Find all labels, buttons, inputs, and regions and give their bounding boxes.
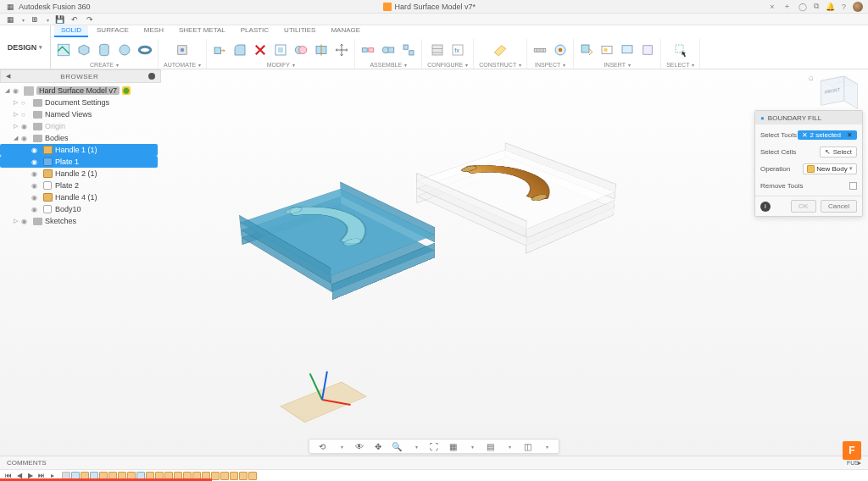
rigid-group-button[interactable] (399, 41, 418, 59)
group-label-construct[interactable]: CONSTRUCT (477, 61, 523, 69)
timeline-feature[interactable] (239, 472, 248, 480)
new-tab-button[interactable]: ＋ (783, 3, 792, 11)
look-at-icon[interactable]: 👁 (353, 440, 365, 452)
help-icon[interactable]: ? (842, 3, 846, 11)
tab-plastic[interactable]: PLASTIC (234, 25, 275, 37)
group-label-insert[interactable]: INSERT (602, 61, 632, 69)
group-label-inspect[interactable]: INSPECT (533, 61, 567, 69)
automate-button[interactable] (173, 41, 192, 59)
qat-dropdown[interactable] (20, 15, 25, 24)
group-label-create[interactable]: CREATE (88, 61, 120, 69)
timeline-feature[interactable] (230, 472, 238, 480)
home-view-icon[interactable]: ⌂ (809, 73, 817, 81)
ok-button[interactable]: OK (791, 200, 816, 213)
notifications-icon[interactable]: 🔔 (826, 3, 835, 11)
tree-node[interactable]: ▷○Named Views (0, 108, 161, 120)
grid-settings-icon[interactable]: ▤ (484, 440, 496, 452)
ribbon-group-configure: fx CONFIGURE (422, 39, 474, 69)
change-parameters-button[interactable]: fx (448, 41, 467, 59)
save-icon[interactable]: 💾 (54, 14, 64, 25)
box-button[interactable] (75, 41, 93, 59)
zoom-icon[interactable]: 🔍 (391, 440, 403, 452)
tree-node[interactable]: ▷◉Sketches (0, 215, 161, 227)
browser-options-icon[interactable] (148, 73, 155, 80)
tab-surface[interactable]: SURFACE (90, 25, 136, 37)
insert-derive-button[interactable] (577, 41, 596, 59)
tree-node[interactable]: ◉Plate 1 (0, 156, 158, 168)
view-cube[interactable]: ⌂ TOP FRONT (821, 76, 858, 113)
select-button[interactable] (671, 41, 690, 59)
shell-button[interactable] (271, 41, 290, 59)
extensions-icon[interactable]: ⧉ (814, 2, 819, 11)
display-settings-icon[interactable]: ▦ (447, 440, 459, 452)
tab-mesh[interactable]: MESH (137, 25, 170, 37)
tree-node[interactable]: ◉Body10 (0, 203, 161, 215)
torus-button[interactable] (136, 41, 154, 59)
measure-button[interactable] (531, 41, 549, 59)
remove-tools-checkbox[interactable] (849, 182, 857, 190)
comments-bar[interactable]: COMMENTS ▸ (0, 456, 868, 469)
tree-node[interactable]: ◢◉Bodies (0, 132, 161, 144)
user-avatar[interactable] (853, 2, 863, 12)
group-label-modify[interactable]: MODIFY (265, 61, 297, 69)
tree-node[interactable]: ▷○Document Settings (0, 97, 161, 108)
section-analysis-button[interactable] (551, 41, 570, 59)
tab-manage[interactable]: MANAGE (324, 25, 367, 37)
group-label-configure[interactable]: CONFIGURE (426, 61, 470, 69)
data-panel-icon[interactable]: ◯ (798, 3, 807, 11)
ribbon-group-automate: AUTOMATE (159, 39, 207, 69)
browser-header[interactable]: ◀ BROWSER (0, 69, 161, 83)
orbit-icon[interactable]: ⟲ (316, 440, 328, 452)
cylinder-button[interactable] (95, 41, 114, 59)
select-tools-chip[interactable]: ✕ 2 selected ✕ (798, 130, 857, 140)
new-sketch-button[interactable] (54, 41, 73, 59)
tree-node[interactable]: ◉Plate 2 (0, 180, 161, 191)
timeline-feature[interactable] (220, 472, 229, 480)
insert-decal-button[interactable] (598, 41, 616, 59)
panel-header[interactable]: BOUNDARY FILL (755, 111, 862, 124)
close-tab-button[interactable]: × (768, 3, 776, 11)
tree-node[interactable]: ▷◉Origin (0, 120, 161, 132)
insert-svg-button[interactable] (638, 41, 657, 59)
model-plate-1[interactable] (241, 196, 435, 285)
tab-solid[interactable]: SOLID (54, 25, 88, 37)
joint-button[interactable] (359, 41, 377, 59)
info-icon[interactable]: i (760, 202, 771, 212)
sphere-button[interactable] (115, 41, 134, 59)
file-menu-icon[interactable]: 🗎 (30, 14, 40, 25)
warning-icon[interactable]: ⬤ (122, 86, 131, 95)
construct-plane-button[interactable] (491, 41, 509, 59)
group-label-assemble[interactable]: ASSEMBLE (368, 61, 409, 69)
fit-icon[interactable]: ⛶ (428, 440, 440, 452)
combine-button[interactable] (292, 41, 310, 59)
select-cells-button[interactable]: ↖ Select (820, 147, 857, 158)
redo-icon[interactable]: ↷ (85, 14, 95, 25)
tree-root[interactable]: ◢◉ Hard Surface Model v7 ⬤ (0, 85, 161, 97)
tab-utilities[interactable]: UTILITIES (277, 25, 322, 37)
model-plate-2[interactable] (416, 158, 615, 238)
configure-button[interactable] (428, 41, 447, 59)
as-built-joint-button[interactable] (379, 41, 398, 59)
clear-selection-icon[interactable]: ✕ (847, 131, 853, 139)
show-data-panel-icon[interactable]: ▦ (5, 14, 15, 25)
split-button[interactable] (312, 41, 331, 59)
group-label-select[interactable]: SELECT (665, 61, 696, 69)
group-label-automate[interactable]: AUTOMATE (162, 61, 203, 69)
viewports-icon[interactable]: ◫ (521, 440, 533, 452)
press-pull-button[interactable] (210, 41, 229, 59)
fillet-button[interactable] (231, 41, 249, 59)
tree-node[interactable]: ◉Handle 1 (1) (0, 144, 158, 156)
workspace-switcher[interactable]: DESIGN▾ (0, 25, 51, 69)
move-button[interactable] (332, 41, 351, 59)
operation-dropdown[interactable]: New Body ▾ (803, 163, 857, 174)
insert-canvas-button[interactable] (618, 41, 637, 59)
pan-icon[interactable]: ✥ (372, 440, 384, 452)
tab-sheet-metal[interactable]: SHEET METAL (172, 25, 232, 37)
timeline-feature[interactable] (211, 472, 220, 480)
undo-icon[interactable]: ↶ (70, 14, 80, 25)
timeline-feature[interactable] (248, 472, 257, 480)
tree-node[interactable]: ◉Handle 4 (1) (0, 191, 161, 203)
delete-button[interactable] (251, 41, 270, 59)
tree-node[interactable]: ◉Handle 2 (1) (0, 168, 161, 180)
cancel-button[interactable]: Cancel (821, 200, 857, 213)
